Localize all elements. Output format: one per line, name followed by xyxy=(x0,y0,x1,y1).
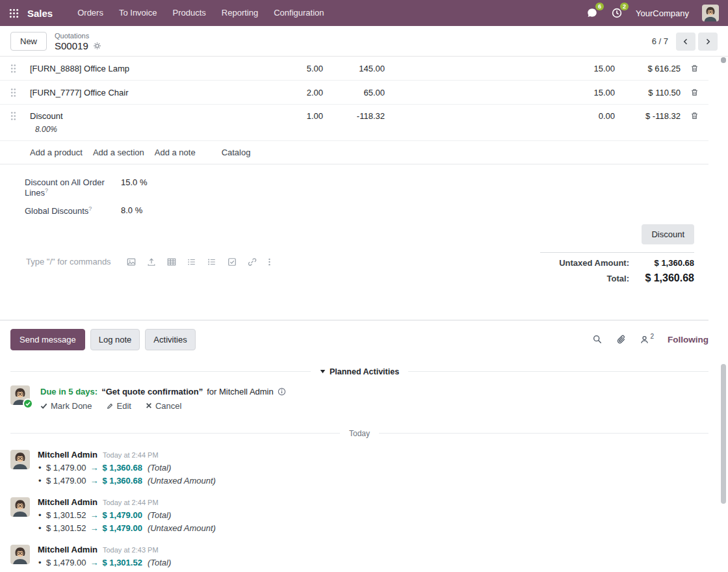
tracked-change: $ 1,479.00 → $ 1,301.52 (Total) xyxy=(38,558,216,567)
activities-count-badge: 2 xyxy=(620,3,629,10)
insert-link-button[interactable] xyxy=(248,257,257,266)
pager: 6 / 7 xyxy=(652,32,718,51)
user-avatar[interactable] xyxy=(702,5,719,21)
quantity-cell[interactable]: 5.00 xyxy=(212,64,323,73)
arrow-icon: → xyxy=(90,523,98,533)
drag-handle[interactable] xyxy=(10,64,30,73)
chevron-left-icon xyxy=(682,38,690,46)
drag-handle[interactable] xyxy=(10,88,30,98)
log-note-button[interactable]: Log note xyxy=(90,329,140,350)
product-name-cell[interactable]: Discount 8.00% xyxy=(30,111,212,134)
arrow-icon: → xyxy=(90,463,98,473)
tracked-change: $ 1,479.00 → $ 1,360.68 (Total) xyxy=(38,463,216,473)
bullet-list-button[interactable] xyxy=(187,257,196,266)
messages-button[interactable]: 6 xyxy=(586,7,598,19)
scrollbar-thumb[interactable] xyxy=(721,364,726,504)
discount-note: 8.00% xyxy=(30,125,212,134)
drag-handle[interactable] xyxy=(10,111,30,121)
info-icon[interactable] xyxy=(278,387,286,396)
message-item: Mitchell Admin Today at 2:44 PM $ 1,301.… xyxy=(10,497,708,533)
trash-icon xyxy=(690,111,699,120)
apps-menu-button[interactable] xyxy=(0,0,27,26)
list-ul-icon xyxy=(187,257,196,266)
quantity-cell[interactable]: 1.00 xyxy=(212,111,323,121)
messages-count-badge: 6 xyxy=(595,3,604,10)
upload-file-button[interactable] xyxy=(147,257,156,266)
avatar xyxy=(10,497,30,517)
drag-dots-icon xyxy=(10,88,16,98)
add-note-link[interactable]: Add a note xyxy=(155,148,196,157)
pager-next-button[interactable] xyxy=(698,32,718,51)
discount-pct-cell[interactable]: 0.00 xyxy=(550,111,615,121)
pager-count[interactable]: 6 / 7 xyxy=(652,36,668,46)
unit-price-cell[interactable]: -118.32 xyxy=(323,111,385,121)
menu-products[interactable]: Products xyxy=(164,0,213,26)
catalog-link[interactable]: Catalog xyxy=(222,148,251,157)
totals-panel: Untaxed Amount: $ 1,360.68 Total: $ 1,36… xyxy=(540,252,694,289)
settings-gear-icon[interactable] xyxy=(93,42,101,50)
unit-price-cell[interactable]: 145.00 xyxy=(323,64,385,73)
new-button[interactable]: New xyxy=(10,32,47,51)
subtotal-cell: $ 616.25 xyxy=(615,64,681,73)
delete-line-button[interactable] xyxy=(681,64,708,73)
menu-orders[interactable]: Orders xyxy=(70,0,111,26)
search-icon xyxy=(592,334,603,344)
add-section-link[interactable]: Add a section xyxy=(93,148,144,157)
mark-done-button[interactable]: Mark Done xyxy=(40,401,92,411)
check-icon xyxy=(25,401,31,406)
inner-scrollbar-thumb[interactable] xyxy=(721,57,726,63)
trash-icon xyxy=(690,88,699,97)
followers-button[interactable]: 2 xyxy=(640,335,654,344)
chevron-right-icon xyxy=(704,38,712,46)
send-message-button[interactable]: Send message xyxy=(10,329,85,350)
activities-button[interactable]: 2 xyxy=(611,7,623,19)
delete-line-button[interactable] xyxy=(681,88,708,97)
menu-to-invoice[interactable]: To Invoice xyxy=(111,0,165,26)
discount-all-value[interactable]: 15.0 % xyxy=(121,177,147,198)
control-panel: New Quotations S00019 6 / 7 xyxy=(0,26,728,57)
global-discounts-label: Global Discounts? xyxy=(25,205,121,216)
search-messages-button[interactable] xyxy=(592,334,603,344)
planned-activities-toggle[interactable]: Planned Activities xyxy=(320,367,399,376)
app-title[interactable]: Sales xyxy=(27,8,53,19)
help-marker: ? xyxy=(45,187,48,194)
pager-previous-button[interactable] xyxy=(676,32,696,51)
message-item: Mitchell Admin Today at 2:44 PM $ 1,479.… xyxy=(10,450,708,486)
planned-activity-item: Due in 5 days: “Get quote confirmation” … xyxy=(10,385,708,411)
apps-grid-icon xyxy=(9,8,19,18)
company-switcher[interactable]: YourCompany xyxy=(636,8,689,18)
following-button[interactable]: Following xyxy=(668,335,708,344)
caret-down-icon xyxy=(320,369,326,374)
more-options-button[interactable] xyxy=(268,257,271,266)
menu-reporting[interactable]: Reporting xyxy=(214,0,266,26)
trash-icon xyxy=(690,64,699,73)
delete-line-button[interactable] xyxy=(681,111,708,120)
product-name-cell[interactable]: [FURN_8888] Office Lamp xyxy=(30,64,212,73)
insert-table-button[interactable] xyxy=(167,257,176,266)
discount-pct-cell[interactable]: 15.00 xyxy=(550,64,615,73)
activity-avatar xyxy=(10,385,30,405)
top-navbar: Sales Orders To Invoice Products Reporti… xyxy=(0,0,728,26)
discount-all-label: Discount on All Order Lines? xyxy=(25,177,121,198)
breadcrumb-quotations[interactable]: Quotations xyxy=(55,31,101,40)
add-product-link[interactable]: Add a product xyxy=(30,148,83,157)
paperclip-icon xyxy=(616,334,626,344)
insert-image-button[interactable] xyxy=(127,257,136,266)
cancel-activity-button[interactable]: Cancel xyxy=(146,401,181,411)
message-time: Today at 2:44 PM xyxy=(103,451,159,459)
attachments-button[interactable] xyxy=(616,334,626,344)
table-icon xyxy=(167,257,176,266)
product-name-cell[interactable]: [FURN_7777] Office Chair xyxy=(30,88,212,98)
discount-button[interactable]: Discount xyxy=(642,224,694,244)
global-discounts-value[interactable]: 8.0 % xyxy=(121,205,142,216)
numbered-list-button[interactable] xyxy=(207,257,216,266)
note-editor[interactable]: Type "/" for commands xyxy=(26,255,540,268)
quantity-cell[interactable]: 2.00 xyxy=(212,88,323,98)
discount-pct-cell[interactable]: 15.00 xyxy=(550,88,615,98)
menu-configuration[interactable]: Configuration xyxy=(266,0,332,26)
edit-activity-button[interactable]: Edit xyxy=(107,401,131,411)
unit-price-cell[interactable]: 65.00 xyxy=(323,88,385,98)
activities-schedule-button[interactable]: Activities xyxy=(145,329,195,350)
total-label: Total: xyxy=(607,274,629,283)
checklist-button[interactable] xyxy=(228,257,237,266)
